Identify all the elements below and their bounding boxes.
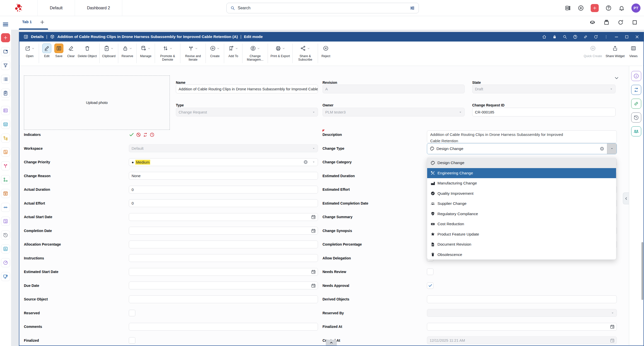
minimize-icon[interactable] [614,34,619,39]
rail-item-lifecycle-panel-icon[interactable] [631,85,641,95]
source-object-field[interactable] [129,295,318,303]
sidebar-item-gauge-icon[interactable] [1,258,10,267]
calendar-icon[interactable] [311,283,316,288]
sidebar-item-bar-chart-icon[interactable] [1,244,10,253]
dropdown-option-cost-reduction[interactable]: Cost Reduction [427,219,616,229]
change-request-id-field[interactable]: CR-000185 [472,108,616,117]
created-at-date-field[interactable]: 12/11/2025 11:21 AM [427,336,617,344]
toolbar-button-reject[interactable]: Reject [320,43,332,58]
rail-item-history-panel-icon[interactable] [631,112,641,123]
sidebar-item-board-layout-icon[interactable] [1,147,10,157]
toolbar-button-share-subscribe[interactable]: Share & Subscribe [294,43,316,62]
toolbar-button-clipboard[interactable]: Clipboard [101,43,116,58]
toolbar-button-share-widget[interactable]: Share Widget [605,43,625,58]
toolbar-button-edit[interactable]: Edit [41,43,53,58]
change-type-dropdown-button[interactable] [607,143,617,154]
archive-box-icon[interactable] [603,19,610,26]
finalized-checkbox[interactable] [129,337,135,344]
actual-effort-field[interactable]: 0 [129,199,318,207]
add-circle-icon[interactable] [578,5,584,11]
sidebar-item-window-panel-icon[interactable] [1,47,10,56]
copy-link-icon[interactable] [583,34,588,39]
sidebar-item-preview-window-icon[interactable] [1,189,10,198]
dropdown-option-engineering-change[interactable]: Engineering Change [427,168,616,178]
help-icon[interactable] [605,5,612,11]
close-icon[interactable] [635,34,639,39]
change-type-combo[interactable]: Design Change [427,143,617,154]
sidebar-item-filter-funnel-icon[interactable] [1,61,10,70]
toolbar-button-clear[interactable]: Clear [65,43,77,58]
calendar-icon[interactable] [610,338,615,343]
dropdown-option-manufacturing-change[interactable]: Manufacturing Change [427,178,616,188]
app-logo[interactable] [0,0,38,16]
vertical-scrollbar-thumb[interactable] [641,242,643,300]
hamburger-menu-icon[interactable] [2,21,9,28]
actual-duration-field[interactable]: 0 [129,186,318,194]
rail-item-info-panel-icon[interactable] [631,71,641,81]
notifications-bell-icon[interactable] [618,5,625,11]
derived-objects-field[interactable] [427,295,617,303]
collapse-header-chevron-icon[interactable] [614,75,620,81]
owner-select[interactable]: PLM tester3 [323,108,465,117]
assistant-robot-icon[interactable] [589,19,596,26]
dropdown-option-quality-improvement[interactable]: Quality Improvement [427,188,616,199]
calendar-icon[interactable] [311,214,316,219]
actual-start-date-date-field[interactable] [129,213,318,221]
toolbar-button-reserve[interactable]: Reserve [120,43,135,58]
maximize-icon[interactable] [624,34,629,39]
change-priority-combo[interactable]: ●Medium [129,158,318,166]
window-refresh-icon[interactable] [593,34,598,39]
due-date-date-field[interactable] [129,282,318,289]
window-help-icon[interactable] [573,34,578,39]
allocation-percentage-field[interactable] [129,241,318,248]
toolbar-button-save[interactable]: Save [53,43,65,58]
sidebar-item-clipboard-report-icon[interactable] [1,89,10,98]
dropdown-option-obsolescence[interactable]: Obsolescence [427,250,616,260]
sidebar-item-hierarchy-tree-icon[interactable] [1,134,10,143]
lock-icon[interactable] [552,34,557,39]
instructions-field[interactable] [129,254,318,262]
home-icon[interactable] [542,34,547,39]
maximize-tab-icon[interactable] [631,19,638,26]
refresh-tab-icon[interactable] [617,19,624,26]
calendar-icon[interactable] [311,228,316,233]
toolbar-button-views[interactable]: Views [627,43,639,58]
calendar-icon[interactable] [610,324,615,329]
toolbar-button-add-to[interactable]: Add To [226,43,240,58]
sidebar-item-form-details-icon[interactable] [1,106,10,115]
comments-field[interactable] [129,323,318,331]
name-field[interactable]: Addition of Cable Routing Clips in Drone… [176,85,318,93]
estimated-start-date-date-field[interactable] [129,268,318,276]
change-reason-field[interactable]: None [129,172,318,180]
sidebar-item-history-icon[interactable] [1,230,10,240]
dropdown-option-design-change[interactable]: Design Change [427,158,616,168]
rail-item-team-panel-icon[interactable] [631,126,641,136]
toolbar-button-promote-demote[interactable]: Promote & Demote [157,43,178,62]
sidebar-item-converge-arrows-icon[interactable] [1,203,10,212]
user-avatar[interactable]: PT [631,4,640,13]
dropdown-arrow-icon[interactable] [312,160,316,164]
sidebar-item-split-flow-icon[interactable] [1,161,10,170]
search-in-window-icon[interactable] [562,34,567,39]
nav-item-default[interactable]: Default [38,0,75,16]
needs-approval-checkbox[interactable] [427,282,433,289]
rail-item-links-panel-icon[interactable] [631,99,641,109]
toolbar-button-create[interactable]: Create [208,43,222,58]
completion-date-date-field[interactable] [129,227,318,235]
sidebar-item-monitor-sync-icon[interactable] [1,272,10,281]
toolbar-button-revise-and-iterate[interactable]: Revise and Iterate [182,43,204,62]
dropdown-option-regulatory-compliance[interactable]: Regulatory Compliance [427,209,616,219]
sidebar-item-document-form-icon[interactable] [1,217,10,226]
search-filter-sliders-icon[interactable] [410,5,415,11]
description-textarea[interactable]: Addition of Cable Routing Clips in Drone… [427,130,617,143]
nav-item-dashboard-2[interactable]: Dashboard 2 [75,0,123,16]
dropdown-option-supplier-change[interactable]: Supplier Change [427,199,616,209]
global-search-input[interactable]: Search [226,3,419,13]
finalized-at-date-field[interactable] [427,323,617,331]
sidebar-item-list-view-icon[interactable] [1,75,10,84]
toolbar-button-open[interactable]: Open [22,43,37,58]
toolbar-button-print-export[interactable]: Print & Export [270,43,291,58]
tab-tab1[interactable]: Tab 1 [22,20,32,24]
collapse-panel-tab[interactable] [623,193,629,204]
export-excel-icon[interactable] [565,5,571,11]
